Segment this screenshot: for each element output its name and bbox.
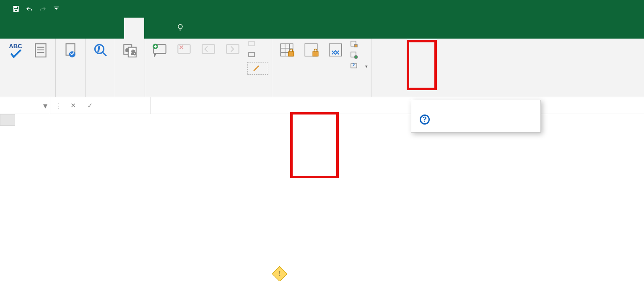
new-comment-icon xyxy=(151,41,169,59)
tell-me-more-link[interactable]: ? xyxy=(420,114,532,125)
smart-lookup-button[interactable]: i xyxy=(89,40,112,61)
chevron-down-icon: ▾ xyxy=(365,64,368,69)
group-changes: ▾ xyxy=(272,39,371,97)
formula-input[interactable] xyxy=(151,97,644,114)
svg-rect-24 xyxy=(249,42,254,46)
bulb-icon xyxy=(176,23,184,34)
spelling-button[interactable]: ABC xyxy=(5,40,28,61)
group-label-insights xyxy=(89,94,112,97)
show-all-comments-button[interactable] xyxy=(247,51,268,60)
protect-workbook-button[interactable] xyxy=(300,40,322,61)
svg-text:ABC: ABC xyxy=(9,43,22,49)
previous-comment-button xyxy=(197,40,220,61)
group-label-language xyxy=(119,94,141,97)
column-headers xyxy=(0,114,644,126)
spreadsheet-grid: ! 📋 xyxy=(0,114,644,126)
protect-and-share-button[interactable] xyxy=(350,40,368,49)
tab-page-layout[interactable] xyxy=(64,18,84,39)
formula-buttons: ⋮ ✕ ✓ xyxy=(50,97,151,114)
next-comment-button xyxy=(221,40,244,61)
svg-rect-6 xyxy=(35,44,46,57)
smart-lookup-icon: i xyxy=(91,41,109,59)
protect-sheet-button[interactable] xyxy=(275,40,298,61)
thesaurus-button[interactable] xyxy=(29,40,52,61)
tab-insert[interactable] xyxy=(44,18,64,39)
enter-formula-icon[interactable]: ✓ xyxy=(84,100,96,112)
undo-icon[interactable] xyxy=(23,3,35,15)
changes-links: ▾ xyxy=(348,40,368,70)
thesaurus-icon xyxy=(32,41,49,59)
help-icon: ? xyxy=(420,114,430,125)
svg-rect-1 xyxy=(14,6,17,8)
cancel-formula-icon[interactable]: ✕ xyxy=(67,100,79,112)
show-hide-comment-button xyxy=(247,40,268,49)
svg-rect-23 xyxy=(226,44,239,53)
chevron-down-icon[interactable]: ▾ xyxy=(43,101,47,111)
ribbon-tabs xyxy=(0,18,644,39)
svg-point-38 xyxy=(354,55,358,59)
tab-file[interactable] xyxy=(0,18,23,39)
group-comments xyxy=(145,39,272,97)
check-accessibility-button[interactable] xyxy=(59,40,82,61)
translate-icon: aあ xyxy=(121,41,139,59)
translate-button[interactable]: aあ xyxy=(119,40,141,61)
svg-rect-33 xyxy=(313,52,318,56)
tab-review[interactable] xyxy=(124,18,144,39)
select-all-corner[interactable] xyxy=(0,114,15,126)
allow-users-edit-button[interactable] xyxy=(350,51,368,60)
svg-point-4 xyxy=(178,24,182,29)
tab-data[interactable] xyxy=(104,18,124,39)
track-changes-button[interactable]: ▾ xyxy=(350,62,368,70)
group-label-accessibility xyxy=(59,94,82,97)
group-accessibility xyxy=(56,39,86,97)
formula-bar: ▾ ⋮ ✕ ✓ xyxy=(0,97,644,114)
title-bar xyxy=(0,0,644,18)
new-comment-button[interactable] xyxy=(148,40,171,61)
svg-rect-36 xyxy=(354,44,357,47)
protect-workbook-icon xyxy=(302,41,320,59)
qat-customize-icon[interactable] xyxy=(50,3,62,15)
share-workbook-icon xyxy=(327,41,344,59)
tab-formulas[interactable] xyxy=(84,18,104,39)
tab-view[interactable] xyxy=(144,18,164,39)
group-label-comments xyxy=(148,94,268,97)
group-label-changes xyxy=(275,94,368,97)
delete-comment-button xyxy=(173,40,195,61)
svg-rect-25 xyxy=(249,52,254,57)
svg-text:i: i xyxy=(98,46,100,52)
show-ink-button[interactable] xyxy=(247,62,268,75)
svg-rect-31 xyxy=(288,52,294,56)
comments-links xyxy=(246,40,268,75)
spelling-icon: ABC xyxy=(8,41,25,59)
svg-rect-2 xyxy=(14,10,18,12)
svg-rect-3 xyxy=(54,7,59,8)
svg-rect-22 xyxy=(202,44,214,53)
error-indicator-icon[interactable]: ! xyxy=(272,266,288,281)
ribbon: ABC i aあ xyxy=(0,39,644,97)
protect-sheet-tooltip: ? xyxy=(411,100,541,133)
redo-icon xyxy=(37,3,49,15)
svg-text:あ: あ xyxy=(131,50,136,56)
name-box[interactable]: ▾ xyxy=(0,97,50,114)
group-insights: i xyxy=(86,39,115,97)
quick-access-toolbar xyxy=(0,3,62,15)
group-proofing: ABC xyxy=(2,39,56,97)
group-language: aあ xyxy=(115,39,145,97)
tab-home[interactable] xyxy=(23,18,44,39)
group-label-proofing xyxy=(5,94,52,97)
svg-line-13 xyxy=(103,52,106,56)
tell-me-input[interactable] xyxy=(176,18,188,39)
save-icon[interactable] xyxy=(10,3,22,15)
previous-comment-icon xyxy=(200,41,217,59)
accessibility-icon xyxy=(62,41,79,59)
delete-comment-icon xyxy=(175,41,193,59)
share-workbook-button[interactable] xyxy=(324,40,347,61)
next-comment-icon xyxy=(224,41,242,59)
svg-text:a: a xyxy=(126,47,129,53)
protect-sheet-icon xyxy=(278,41,296,59)
